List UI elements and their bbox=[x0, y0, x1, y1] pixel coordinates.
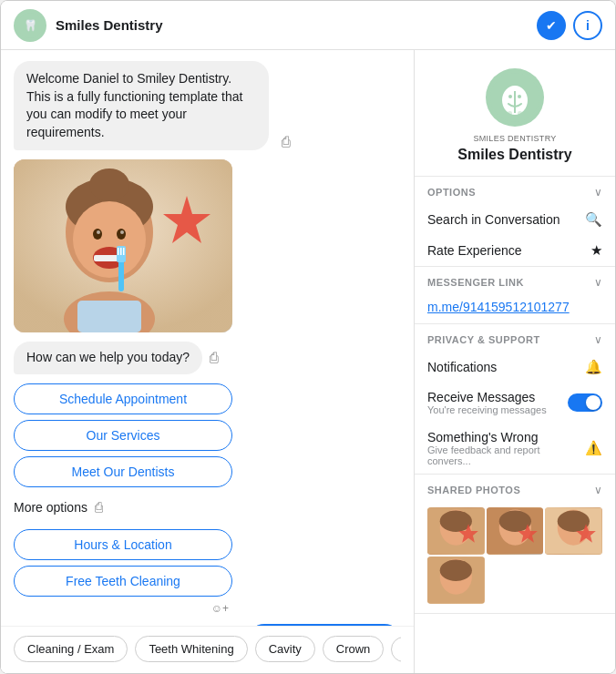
help-msg-row: How can we help you today? ⎙ Schedule Ap… bbox=[14, 342, 401, 615]
header-title: Smiles Dentistry bbox=[56, 17, 537, 33]
search-icon[interactable]: 🔍 bbox=[585, 211, 602, 228]
search-row[interactable]: Search in Conversation 🔍 bbox=[415, 204, 615, 235]
share-icon[interactable]: ⎙ bbox=[282, 134, 291, 150]
search-label: Search in Conversation bbox=[427, 212, 560, 227]
chips-area: Cleaning / Exam Teeth Whitening Cavity C… bbox=[1, 626, 414, 673]
more-options-row: More options ⎙ bbox=[14, 495, 232, 520]
svg-rect-21 bbox=[77, 301, 141, 332]
toggle-knob bbox=[586, 395, 601, 410]
svg-rect-19 bbox=[123, 248, 125, 255]
svg-point-28 bbox=[518, 95, 521, 98]
image-msg-row bbox=[14, 159, 401, 332]
share-icon-more[interactable]: ⎙ bbox=[95, 499, 103, 515]
info-icon: i bbox=[586, 18, 590, 33]
privacy-chevron-icon: ∨ bbox=[594, 333, 602, 346]
panel-business-name: Smiles Dentistry bbox=[457, 147, 571, 163]
svg-rect-17 bbox=[118, 248, 119, 255]
receive-messages-stack: Receive Messages You're receiving messag… bbox=[427, 390, 547, 415]
welcome-bubble: Welcome Daniel to Smiley Dentistry. This… bbox=[14, 61, 269, 150]
panel-privacy-section: PRIVACY & SUPPORT ∨ Notifications 🔔 Rece… bbox=[415, 324, 615, 475]
header-actions: ✔ i bbox=[537, 11, 602, 40]
panel-logo bbox=[486, 68, 544, 127]
chat-image-inner bbox=[14, 159, 232, 332]
check-icon: ✔ bbox=[546, 18, 557, 33]
photos-grid bbox=[415, 502, 615, 613]
right-panel: SMILES DENTISTRY Smiles Dentistry OPTION… bbox=[415, 50, 615, 673]
notifications-label: Notifications bbox=[427, 360, 497, 374]
header-avatar: 🦷 bbox=[14, 9, 46, 42]
warning-icon: ⚠️ bbox=[585, 440, 602, 456]
photos-section-header[interactable]: SHARED PHOTOS ∨ bbox=[415, 475, 615, 502]
more-options-label: More options bbox=[14, 495, 87, 520]
something-wrong-label: Something's Wrong bbox=[427, 430, 585, 444]
star-icon[interactable]: ★ bbox=[590, 242, 602, 259]
chips-scroll-row: Cleaning / Exam Teeth Whitening Cavity C… bbox=[14, 636, 401, 662]
chip-whitening[interactable]: Teeth Whitening bbox=[135, 636, 247, 662]
photos-chevron-icon: ∨ bbox=[594, 484, 602, 496]
svg-rect-29 bbox=[508, 111, 512, 118]
photo-thumb-3[interactable] bbox=[545, 507, 602, 555]
photos-section-title: SHARED PHOTOS bbox=[427, 485, 520, 495]
quick-reply-schedule[interactable]: Schedule Appointment bbox=[14, 383, 232, 414]
messenger-link[interactable]: m.me/914159512101277 bbox=[415, 294, 615, 323]
photo-thumb-2[interactable] bbox=[487, 507, 544, 555]
panel-business-header: SMILES DENTISTRY Smiles Dentistry bbox=[415, 50, 615, 177]
svg-point-10 bbox=[117, 229, 126, 240]
quick-reply-hours[interactable]: Hours & Location bbox=[14, 529, 232, 560]
svg-point-27 bbox=[508, 95, 512, 98]
svg-point-45 bbox=[440, 559, 472, 580]
privacy-section-header[interactable]: PRIVACY & SUPPORT ∨ bbox=[415, 324, 615, 352]
app-container: 🦷 Smiles Dentistry ✔ i Welcome Daniel to… bbox=[0, 0, 616, 674]
quick-replies: Schedule Appointment Our Services Meet O… bbox=[14, 383, 232, 487]
info-button[interactable]: i bbox=[573, 11, 602, 40]
options-section-header[interactable]: OPTIONS ∨ bbox=[415, 177, 615, 204]
share-icon-help[interactable]: ⎙ bbox=[210, 350, 219, 366]
notifications-row: Notifications 🔔 bbox=[415, 352, 615, 383]
messenger-section-header[interactable]: MESSENGER LINK ∨ bbox=[415, 267, 615, 294]
photo-thumb-4[interactable] bbox=[427, 557, 485, 604]
svg-point-12 bbox=[120, 230, 124, 234]
bell-icon: 🔔 bbox=[585, 359, 602, 375]
receive-messages-sub: You're receiving messages bbox=[427, 404, 547, 415]
svg-point-11 bbox=[97, 230, 100, 234]
something-wrong-row: Something's Wrong Give feedback and repo… bbox=[415, 423, 615, 474]
something-wrong-sub: Give feedback and report convers... bbox=[427, 444, 585, 466]
messenger-section-title: MESSENGER LINK bbox=[427, 277, 524, 288]
outgoing-schedule-bubble: Schedule Appointment bbox=[248, 624, 401, 626]
receive-messages-toggle[interactable] bbox=[568, 393, 602, 412]
rate-label: Rate Experience bbox=[427, 243, 522, 258]
options-chevron-icon: ∨ bbox=[594, 186, 602, 199]
chat-messages[interactable]: Welcome Daniel to Smiley Dentistry. This… bbox=[1, 50, 414, 626]
panel-messenger-section: MESSENGER LINK ∨ m.me/914159512101277 bbox=[415, 267, 615, 324]
quick-reply-dentists[interactable]: Meet Our Dentists bbox=[14, 456, 232, 487]
welcome-text: Welcome Daniel to Smiley Dentistry. This… bbox=[26, 71, 242, 139]
receive-messages-label: Receive Messages bbox=[427, 390, 547, 404]
svg-rect-18 bbox=[120, 248, 122, 255]
more-quick-replies: Hours & Location Free Teeth Cleaning bbox=[14, 529, 232, 597]
chip-cleaning[interactable]: Cleaning / Exam bbox=[14, 636, 128, 662]
options-section-title: OPTIONS bbox=[427, 187, 476, 198]
receive-messages-row: Receive Messages You're receiving messag… bbox=[415, 383, 615, 423]
quick-reply-cleaning[interactable]: Free Teeth Cleaning bbox=[14, 566, 232, 597]
panel-logo-label: SMILES DENTISTRY bbox=[473, 134, 556, 143]
welcome-msg-block: Welcome Daniel to Smiley Dentistry. This… bbox=[14, 61, 269, 150]
chip-cavity[interactable]: Cavity bbox=[255, 636, 315, 662]
help-text: How can we help you today? bbox=[26, 350, 190, 364]
help-bubble: How can we help you today? bbox=[14, 342, 202, 374]
quick-reply-services[interactable]: Our Services bbox=[14, 420, 232, 451]
check-button[interactable]: ✔ bbox=[537, 11, 566, 40]
panel-photos-section: SHARED PHOTOS ∨ bbox=[415, 475, 615, 614]
something-wrong-stack: Something's Wrong Give feedback and repo… bbox=[427, 430, 585, 466]
main-area: Welcome Daniel to Smiley Dentistry. This… bbox=[1, 50, 615, 673]
chips-scroll-arrow[interactable]: › bbox=[391, 637, 401, 662]
chat-header: 🦷 Smiles Dentistry ✔ i bbox=[1, 1, 615, 50]
svg-text:🦷: 🦷 bbox=[24, 18, 37, 32]
chat-panel: Welcome Daniel to Smiley Dentistry. This… bbox=[1, 50, 415, 673]
panel-options-section: OPTIONS ∨ Search in Conversation 🔍 Rate … bbox=[415, 177, 615, 267]
rate-row[interactable]: Rate Experience ★ bbox=[415, 235, 615, 266]
svg-point-9 bbox=[93, 229, 102, 240]
chip-crown[interactable]: Crown bbox=[323, 636, 385, 662]
chat-image bbox=[14, 159, 232, 332]
photo-thumb-1[interactable] bbox=[427, 507, 485, 555]
svg-rect-30 bbox=[518, 111, 522, 118]
